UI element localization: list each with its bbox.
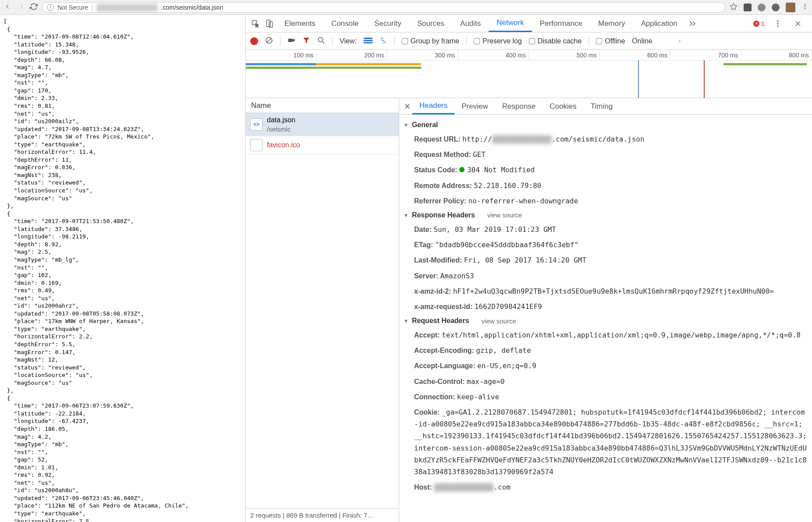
detail-panel: ✕ HeadersPreviewResponseCookiesTiming ▼G… [399, 98, 812, 522]
record-button[interactable] [250, 37, 258, 45]
header-row: Host: ████████████.com [399, 479, 812, 495]
header-row: Status Code: 304 Not Modified [399, 162, 812, 178]
camera-icon[interactable] [287, 36, 295, 46]
url-text: .com/seismic/data.json [161, 4, 223, 11]
tab-memory[interactable]: Memory [590, 15, 633, 32]
timeline-tick: 400 ms [458, 50, 529, 60]
detail-tab-response[interactable]: Response [495, 98, 543, 114]
back-icon[interactable] [4, 3, 11, 12]
section-header[interactable]: ▼Response Headersview source [399, 209, 812, 222]
close-detail-icon[interactable]: ✕ [402, 102, 412, 111]
throttling-select[interactable]: Online [632, 37, 682, 45]
detail-tabs: ✕ HeadersPreviewResponseCookiesTiming [399, 98, 812, 115]
detail-tab-preview[interactable]: Preview [454, 98, 495, 114]
header-row: Accept: text/html,application/xhtml+xml,… [399, 327, 812, 343]
svg-point-8 [777, 25, 778, 27]
timeline-tick: 200 ms [317, 50, 388, 60]
header-row: Server: AmazonS3 [399, 268, 812, 284]
svg-rect-4 [266, 20, 270, 26]
tab-elements[interactable]: Elements [277, 15, 323, 32]
tab-security[interactable]: Security [366, 15, 409, 32]
profile-avatar[interactable] [786, 3, 795, 12]
extension-icon[interactable] [772, 4, 780, 11]
header-row: Cache-Control: max-age=0 [399, 374, 812, 389]
extension-icon[interactable] [758, 4, 766, 11]
header-row: Date: Sun, 03 Mar 2019 17:01:23 GMT [399, 222, 812, 237]
header-row: x-amz-request-id: 1662D70984241EF9 [399, 299, 812, 314]
error-count[interactable]: ✕1 [753, 20, 765, 27]
browser-right-icons [730, 3, 808, 12]
inspect-icon[interactable] [248, 19, 262, 28]
nav-arrows [4, 3, 25, 12]
url-masked: ██████████████ [97, 4, 158, 11]
header-row: Last-Modified: Fri, 08 Sep 2017 16:14:20… [399, 252, 812, 268]
browser-toolbar: i Not Secure | ██████████████.com/seismi… [0, 0, 812, 15]
reload-icon[interactable] [30, 3, 38, 12]
header-row: Request Method: GET [399, 147, 812, 162]
request-row[interactable]: favicon.ico [246, 136, 399, 154]
request-path: /seismic [267, 125, 295, 134]
bookmark-icon[interactable] [730, 3, 738, 12]
tab-performance[interactable]: Performance [532, 15, 590, 32]
request-row[interactable]: <>data.json/seismic [246, 113, 399, 136]
devtools-panel: ElementsConsoleSecuritySourcesAuditsNetw… [245, 15, 812, 522]
json-page-content: [ { "time": "2017-09-08T12:46:04.610Z", … [0, 15, 245, 522]
svg-rect-10 [288, 39, 293, 42]
close-icon[interactable] [791, 19, 805, 28]
network-body: Name <>data.json/seismicfavicon.ico 2 re… [246, 98, 812, 522]
timeline-tick: 800 ms [741, 50, 812, 60]
request-list-panel: Name <>data.json/seismicfavicon.ico 2 re… [246, 98, 399, 522]
tab-application[interactable]: Application [633, 15, 685, 32]
header-row: Request URL: http://████████████.com/sei… [399, 131, 812, 147]
tab-network[interactable]: Network [489, 15, 532, 32]
section-header[interactable]: ▼Request Headersview source [399, 314, 812, 327]
filter-icon[interactable] [302, 36, 310, 46]
file-icon: <> [250, 118, 262, 131]
timeline-tick: 300 ms [387, 50, 458, 60]
waterfall-icon[interactable] [379, 36, 387, 46]
timeline-tick: 500 ms [529, 50, 600, 60]
info-icon[interactable]: i [47, 4, 54, 11]
clear-icon[interactable] [265, 36, 273, 46]
timeline-tick: 100 ms [246, 50, 317, 60]
header-row: Remote Address: 52.218.160.79:80 [399, 178, 812, 193]
main-area: [ { "time": "2017-09-08T12:46:04.610Z", … [0, 15, 812, 522]
offline-checkbox[interactable]: Offline [596, 37, 625, 45]
url-bar[interactable]: i Not Secure | ██████████████.com/seismi… [42, 2, 725, 13]
menu-icon[interactable] [801, 3, 808, 12]
detail-tab-timing[interactable]: Timing [584, 98, 620, 114]
svg-point-0 [805, 4, 806, 5]
svg-point-2 [805, 8, 806, 9]
timeline-tick: 600 ms [600, 50, 671, 60]
group-by-frame-checkbox[interactable]: Group by frame [402, 37, 459, 45]
timeline-overview[interactable]: 100 ms200 ms300 ms400 ms500 ms600 ms700 … [246, 50, 812, 98]
disable-cache-checkbox[interactable]: Disable cache [529, 37, 582, 45]
detail-tab-cookies[interactable]: Cookies [543, 98, 583, 114]
device-icon[interactable] [262, 19, 277, 28]
name-column-header[interactable]: Name [246, 98, 399, 113]
header-row: Cookie: _ga=GA1.2.2128070687.1549472801;… [399, 405, 812, 479]
network-toolbar: View: Group by frame Preserve log Disabl… [246, 32, 812, 50]
tab-console[interactable]: Console [323, 15, 366, 32]
search-icon[interactable] [317, 36, 325, 46]
file-icon [250, 139, 262, 151]
preserve-log-checkbox[interactable]: Preserve log [474, 37, 522, 45]
request-name: data.json [267, 116, 295, 125]
tab-audits[interactable]: Audits [452, 15, 489, 32]
settings-icon[interactable] [771, 19, 785, 28]
large-rows-icon[interactable] [364, 38, 372, 45]
svg-point-6 [777, 20, 778, 21]
detail-tab-headers[interactable]: Headers [412, 98, 454, 114]
header-row: Referrer Policy: no-referrer-when-downgr… [399, 193, 812, 209]
header-row: Connection: keep-alive [399, 389, 812, 405]
section-header[interactable]: ▼General [399, 118, 812, 131]
extension-icon[interactable] [744, 4, 752, 11]
request-name: favicon.ico [267, 141, 300, 150]
forward-icon[interactable] [18, 3, 25, 12]
status-bar: 2 requests | 869 B transferred | Finish:… [246, 508, 399, 522]
header-row: Accept-Encoding: gzip, deflate [399, 343, 812, 358]
svg-point-11 [318, 37, 323, 42]
more-tabs-icon[interactable] [685, 19, 699, 28]
tab-sources[interactable]: Sources [409, 15, 452, 32]
view-label: View: [340, 37, 357, 45]
